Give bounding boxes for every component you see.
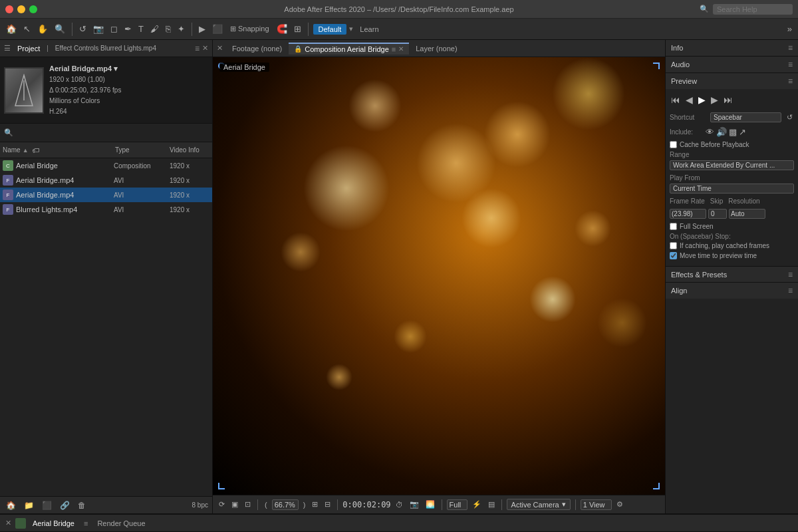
search-input[interactable] xyxy=(713,4,793,15)
sort-icon: ▲ xyxy=(23,147,29,154)
align-title: Align xyxy=(671,287,687,295)
maximize-button[interactable] xyxy=(29,5,37,13)
range-select[interactable]: Work Area Extended By Current ... xyxy=(670,160,794,170)
more-tools-btn[interactable]: » xyxy=(785,23,794,35)
play-from-select[interactable]: Current Time xyxy=(670,184,794,194)
preview-header[interactable]: Preview ≡ xyxy=(666,73,798,89)
first-frame-btn[interactable]: ⏮ xyxy=(670,93,682,106)
effects-menu-icon[interactable]: ≡ xyxy=(788,270,793,279)
comp-tab-close[interactable]: ✕ xyxy=(398,45,404,53)
home-button[interactable]: 🏠 xyxy=(4,23,19,35)
fit-btn[interactable]: ⊞ xyxy=(310,499,320,509)
show-snapshot-btn[interactable]: 🌅 xyxy=(424,499,437,509)
list-item[interactable]: F Blurred Lights.mp4 AVI 1920 x xyxy=(0,202,212,217)
puppet-tool[interactable]: ✦ xyxy=(176,23,187,35)
align-section[interactable]: Align ≡ xyxy=(666,283,798,299)
close-panel-btn[interactable]: ✕ xyxy=(217,44,223,53)
clone-tool[interactable]: ⎘ xyxy=(164,23,173,35)
panel-menu-icon[interactable]: ≡ xyxy=(195,44,200,53)
left-panel: ☰ Project | Effect Controls Blurred Ligh… xyxy=(0,40,213,513)
new-folder-btn[interactable]: 🏠 xyxy=(4,499,18,511)
zoom-tool[interactable]: 🔍 xyxy=(53,23,67,35)
safe-zones-btn[interactable]: ⊟ xyxy=(323,499,332,509)
snapshot-btn[interactable]: 📷 xyxy=(408,499,421,509)
list-item[interactable]: F Aerial Bridge.mp4 AVI 1920 x xyxy=(0,173,212,188)
left-panel-header: ☰ Project | Effect Controls Blurred Ligh… xyxy=(0,40,212,57)
toggle-transparency-btn[interactable]: ▤ xyxy=(486,499,497,509)
cache-checkbox[interactable] xyxy=(670,141,677,148)
render-btn[interactable]: ⬛ xyxy=(210,23,225,35)
info-menu-icon[interactable]: ≡ xyxy=(788,43,793,53)
workspace-button[interactable]: Default xyxy=(313,24,347,35)
tag-icon[interactable]: 🏷 xyxy=(32,146,39,154)
text-tool[interactable]: T xyxy=(136,23,146,35)
audio-include-icon[interactable]: 🔊 xyxy=(716,127,727,137)
viewer-3d-btn[interactable]: ⊡ xyxy=(243,499,253,509)
tab-effect-controls[interactable]: Effect Controls Blurred Lights.mp4 xyxy=(51,43,160,53)
reset-shortcut-btn[interactable]: ↺ xyxy=(785,112,794,123)
learn-button[interactable]: Learn xyxy=(356,24,382,35)
preview-section: Preview ≡ ⏮ ◀ ▶ ▶ ⏭ Shortcut Spacebar xyxy=(666,73,798,267)
export-include-icon[interactable]: ↗ xyxy=(739,127,746,137)
viewer-type-btn[interactable]: ▣ xyxy=(229,499,240,509)
list-item[interactable]: C Aerial Bridge Composition 1920 x xyxy=(0,158,212,173)
quality-select[interactable]: FullHalfAuto xyxy=(447,499,467,510)
step-fwd-btn[interactable]: ▶ xyxy=(710,93,720,106)
always-preview-btn[interactable]: ⟳ xyxy=(217,499,227,509)
preview-play[interactable]: ▶ xyxy=(197,23,207,35)
grid-btn[interactable]: ⊞ xyxy=(292,23,303,35)
video-include-icon[interactable]: 👁 xyxy=(706,127,714,137)
camera-tool[interactable]: 📷 xyxy=(91,23,106,35)
move-time-checkbox[interactable] xyxy=(670,252,677,259)
info-header[interactable]: Info ≡ xyxy=(666,40,798,56)
brush-tool[interactable]: 🖌 xyxy=(148,23,161,35)
timeline-tab-aerial-bridge[interactable]: Aerial Bridge xyxy=(30,518,77,529)
minimize-button[interactable] xyxy=(17,5,25,13)
tab-project[interactable]: Project xyxy=(13,43,44,54)
play-btn[interactable]: ▶ xyxy=(697,93,707,106)
if-caching-checkbox[interactable] xyxy=(670,242,677,249)
preview-thumbnail xyxy=(4,67,44,114)
align-menu-icon[interactable]: ≡ xyxy=(788,286,793,295)
list-item[interactable]: F Aerial Bridge.mp4 AVI 1920 x xyxy=(0,188,212,202)
timeline-close-btn[interactable]: ✕ xyxy=(5,519,11,527)
timeline-menu-icon[interactable]: ≡ xyxy=(84,519,88,527)
frame-rate-select[interactable]: (23.98) xyxy=(670,209,706,219)
render-queue-tab[interactable]: Render Queue xyxy=(92,518,150,529)
composition-tab[interactable]: 🔒 Composition Aerial Bridge ≡ ✕ xyxy=(289,43,409,55)
skip-input[interactable] xyxy=(708,209,727,219)
overlay-include-icon[interactable]: ▩ xyxy=(729,127,737,137)
effects-presets-section[interactable]: Effects & Presets ≡ xyxy=(666,267,798,283)
layer-tab[interactable]: Layer (none) xyxy=(410,43,462,54)
footage-tab[interactable]: Footage (none) xyxy=(227,43,287,54)
file-info: 1920 x xyxy=(170,177,209,184)
shape-tool[interactable]: ◻ xyxy=(108,23,120,35)
preview-menu-icon[interactable]: ≡ xyxy=(788,76,793,86)
comp-tab-menu[interactable]: ≡ xyxy=(392,45,396,53)
select-tool[interactable]: ↖ xyxy=(21,23,33,35)
close-button[interactable] xyxy=(5,5,13,13)
panel-close-btn[interactable]: ✕ xyxy=(202,44,208,53)
magnet-btn[interactable]: 🧲 xyxy=(275,23,289,35)
rotate-tool[interactable]: ↺ xyxy=(77,23,88,35)
new-item-btn[interactable]: 📁 xyxy=(22,499,36,511)
zoom-select[interactable]: 66.7%100%50% xyxy=(272,499,299,510)
dependency-btn[interactable]: 🔗 xyxy=(58,499,72,511)
timecode-btn[interactable]: ⏱ xyxy=(394,500,405,509)
step-back-btn[interactable]: ◀ xyxy=(684,93,694,106)
pen-tool[interactable]: ✒ xyxy=(122,23,134,35)
active-camera-select[interactable]: Active Camera ▾ xyxy=(507,499,571,510)
fast-preview-btn[interactable]: ⚡ xyxy=(470,499,483,509)
audio-menu-icon[interactable]: ≡ xyxy=(788,60,793,69)
project-search-input[interactable] xyxy=(16,129,208,137)
shortcut-select[interactable]: Spacebar xyxy=(710,112,781,122)
delete-btn[interactable]: 🗑 xyxy=(76,499,88,511)
hand-tool[interactable]: ✋ xyxy=(35,23,50,35)
full-screen-checkbox[interactable] xyxy=(670,223,677,230)
viewer-settings-btn[interactable]: ⚙ xyxy=(614,499,625,509)
audio-header[interactable]: Audio ≡ xyxy=(666,57,798,72)
last-frame-btn[interactable]: ⏭ xyxy=(722,93,734,106)
view-select[interactable]: 1 View2 Views4 Views xyxy=(581,499,612,510)
import-btn[interactable]: ⬛ xyxy=(40,499,54,511)
resolution-select[interactable]: AutoFullHalf xyxy=(729,209,765,219)
